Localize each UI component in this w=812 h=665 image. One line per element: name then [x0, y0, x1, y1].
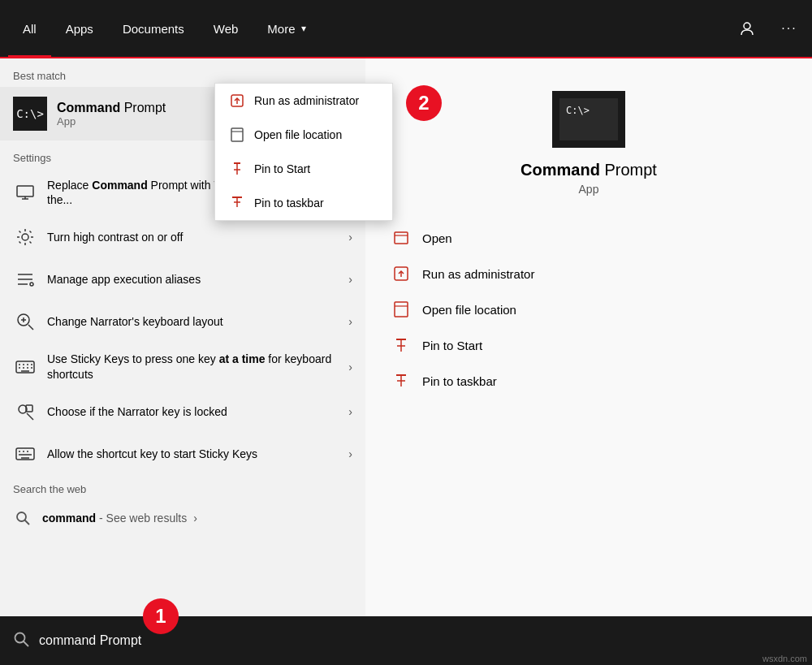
settings-item-narrator-locked[interactable]: Choose if the Narrator key is locked ›: [0, 391, 365, 433]
svg-line-39: [25, 520, 30, 525]
main-area: Best match C:\> Command Prompt App Setti…: [0, 58, 812, 616]
run-admin-icon: [228, 92, 246, 110]
watermark: wsxdn.com: [762, 654, 807, 663]
more-options-icon[interactable]: ···: [775, 14, 804, 43]
svg-point-4: [22, 234, 28, 240]
right-pin-start-icon: [390, 334, 412, 356]
right-action-open-location[interactable]: Open file location: [390, 291, 788, 327]
account-icon[interactable]: [732, 14, 762, 43]
tab-web[interactable]: Web: [199, 0, 253, 58]
pin-taskbar-icon: [228, 194, 246, 212]
svg-point-62: [15, 633, 25, 642]
context-menu-pin-start[interactable]: Pin to Start: [215, 152, 392, 186]
cmd-app-icon: C:\>: [13, 97, 47, 131]
search-bar-icon: [13, 631, 29, 651]
svg-line-12: [19, 242, 21, 244]
settings-item-app-aliases[interactable]: Manage app execution aliases ›: [0, 258, 365, 300]
best-match-text: Command Prompt App: [57, 101, 166, 127]
tab-documents[interactable]: Documents: [108, 0, 199, 58]
settings-item-narrator-layout[interactable]: Change Narrator's keyboard layout ›: [0, 300, 365, 343]
sun-icon: [13, 225, 37, 249]
settings-text-high-contrast: Turn high contrast on or off: [47, 230, 342, 244]
settings-text-narrator-layout: Change Narrator's keyboard layout: [47, 314, 342, 329]
badge-1: 1: [143, 598, 179, 634]
web-search-item[interactable]: command - See web results ›: [0, 500, 365, 536]
settings-item-shortcut-sticky[interactable]: Allow the shortcut key to start Sticky K…: [0, 433, 365, 475]
bottom-search-bar: [0, 616, 812, 665]
context-menu-pin-taskbar[interactable]: Pin to taskbar: [215, 186, 392, 220]
svg-rect-50: [395, 232, 408, 244]
svg-point-16: [30, 283, 33, 286]
context-menu-open-location[interactable]: Open file location: [215, 118, 392, 152]
tab-more[interactable]: More ▾: [253, 0, 320, 58]
tab-apps[interactable]: Apps: [51, 0, 108, 58]
badge-2: 2: [406, 85, 442, 121]
right-run-admin-icon: [390, 262, 412, 285]
settings-item-high-contrast[interactable]: Turn high contrast on or off ›: [0, 216, 365, 258]
narrator2-icon: [13, 399, 37, 424]
right-panel: C:\> Command Prompt App Open: [365, 58, 812, 616]
right-pin-taskbar-icon: [390, 369, 412, 392]
right-open-location-icon: [390, 298, 412, 321]
svg-line-63: [24, 641, 28, 646]
context-menu-run-admin[interactable]: Run as administrator: [215, 84, 392, 118]
list-icon: [13, 267, 37, 291]
chevron-icon-sticky-keys: ›: [348, 361, 352, 374]
chevron-down-icon: ▾: [301, 23, 306, 34]
settings-item-sticky-keys[interactable]: Use Sticky Keys to press one key at a ti…: [0, 343, 365, 390]
top-navigation: All Apps Documents Web More ▾ ···: [0, 0, 812, 58]
screen-icon: [13, 180, 37, 205]
right-action-pin-taskbar[interactable]: Pin to taskbar: [390, 363, 788, 399]
keyboard-icon: [13, 355, 37, 379]
settings-text-sticky-keys: Use Sticky Keys to press one key at a ti…: [47, 352, 342, 381]
chevron-icon-high-contrast: ›: [348, 231, 352, 244]
open-icon: [390, 227, 412, 249]
narrator-icon: [13, 309, 37, 334]
search-icon: [13, 508, 32, 528]
right-action-run-admin[interactable]: Run as administrator: [390, 256, 788, 291]
svg-line-10: [30, 242, 32, 244]
cmd-large-icon: C:\>: [552, 91, 625, 148]
web-search-label: Search the web: [0, 475, 365, 500]
search-input[interactable]: [39, 633, 799, 648]
svg-point-0: [744, 23, 750, 29]
tab-all[interactable]: All: [8, 0, 51, 58]
right-panel-app-name: Command Prompt: [520, 161, 657, 179]
best-match-title: Command Prompt: [57, 101, 166, 115]
svg-rect-42: [231, 128, 243, 141]
settings-text-narrator-locked: Choose if the Narrator key is locked: [47, 404, 342, 419]
web-search-text: command - See web results: [42, 512, 187, 525]
right-panel-app-type: App: [579, 183, 599, 196]
chevron-icon-web-search: ›: [193, 512, 197, 525]
svg-rect-1: [17, 186, 33, 196]
pin-start-icon: [228, 160, 246, 178]
svg-line-9: [19, 231, 21, 233]
chevron-icon-narrator-layout: ›: [348, 315, 352, 328]
open-location-icon: [228, 126, 246, 144]
settings-text-shortcut-sticky: Allow the shortcut key to start Sticky K…: [47, 447, 342, 461]
context-menu: Run as administrator Open file location …: [214, 83, 393, 221]
keyboard2-icon: [13, 442, 37, 466]
svg-point-38: [17, 512, 26, 521]
chevron-icon-narrator-locked: ›: [348, 405, 352, 418]
best-match-subtitle: App: [57, 115, 166, 127]
right-action-open[interactable]: Open: [390, 220, 788, 256]
nav-right-icons: ···: [732, 14, 804, 43]
svg-rect-54: [395, 302, 408, 317]
chevron-icon-shortcut-sticky: ›: [348, 447, 352, 460]
chevron-icon-app-aliases: ›: [348, 273, 352, 286]
right-action-pin-start[interactable]: Pin to Start: [390, 327, 788, 363]
svg-line-11: [30, 231, 32, 233]
settings-text-app-aliases: Manage app execution aliases: [47, 272, 342, 287]
